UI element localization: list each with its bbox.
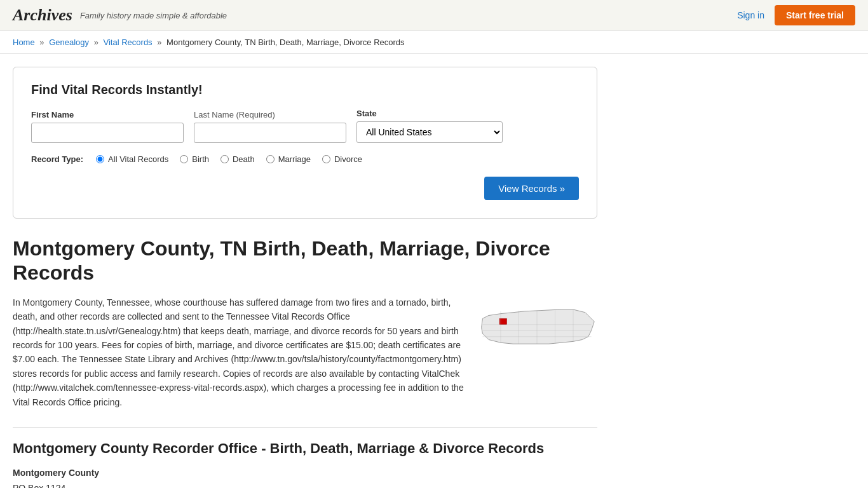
section-heading: Montgomery County Recorder Office - Birt… (13, 427, 597, 457)
breadcrumb-home[interactable]: Home (13, 37, 35, 47)
radio-label-marriage: Marriage (278, 154, 311, 164)
address-line1: PO Box 1124 (13, 481, 597, 488)
tn-map-svg (477, 295, 597, 372)
breadcrumb-sep-1: » (39, 37, 44, 47)
breadcrumb-sep-2: » (94, 37, 98, 47)
page-title: Montgomery County, TN Birth, Death, Marr… (13, 236, 597, 285)
svg-marker-0 (482, 309, 595, 344)
radio-label-birth: Birth (192, 154, 209, 164)
state-select[interactable]: All United StatesAlabamaAlaskaArizonaArk… (356, 121, 503, 143)
content-area: Montgomery County, TN Birth, Death, Marr… (13, 236, 597, 488)
radio-all[interactable] (96, 155, 104, 163)
record-type-death[interactable]: Death (220, 154, 255, 164)
record-type-label: Record Type: (31, 154, 83, 164)
radio-marriage[interactable] (266, 155, 275, 163)
last-name-label: Last Name (Required) (194, 110, 346, 119)
county-name: Montgomery County (13, 466, 597, 481)
breadcrumb-genealogy[interactable]: Genealogy (49, 37, 89, 47)
tennessee-map (477, 295, 597, 409)
breadcrumb-sep-3: » (157, 37, 161, 47)
site-header: Archives Family history made simple & af… (0, 0, 868, 31)
radio-death[interactable] (220, 155, 229, 163)
record-type-all[interactable]: All Vital Records (96, 154, 168, 164)
breadcrumb-current: Montgomery County, TN Birth, Death, Marr… (166, 37, 405, 47)
search-fields: First Name Last Name (Required) State Al… (31, 109, 579, 143)
button-row: View Records » (31, 177, 579, 200)
svg-rect-1 (499, 318, 506, 325)
state-group: State All United StatesAlabamaAlaskaAriz… (356, 109, 503, 143)
header-left: Archives Family history made simple & af… (13, 6, 227, 25)
description-text: In Montgomery County, Tennessee, whose c… (13, 295, 464, 409)
last-name-input[interactable] (194, 123, 346, 143)
record-type-birth[interactable]: Birth (180, 154, 209, 164)
breadcrumb-vital-records[interactable]: Vital Records (104, 37, 153, 47)
radio-label-death: Death (233, 154, 255, 164)
sign-in-link[interactable]: Sign in (737, 10, 764, 20)
radio-label-divorce: Divorce (334, 154, 362, 164)
main-content: Find Vital Records Instantly! First Name… (0, 54, 868, 488)
record-type-row: Record Type: All Vital RecordsBirthDeath… (31, 154, 579, 164)
required-indicator: (Required) (236, 110, 275, 119)
last-name-group: Last Name (Required) (194, 110, 346, 143)
header-right: Sign in Start free trial (737, 5, 855, 25)
record-type-divorce[interactable]: Divorce (322, 154, 362, 164)
office-info: Montgomery County PO Box 1124 Clarksvill… (13, 466, 597, 488)
search-title: Find Vital Records Instantly! (31, 83, 579, 97)
site-tagline: Family history made simple & affordable (80, 11, 227, 20)
radio-birth[interactable] (180, 155, 188, 163)
radio-divorce[interactable] (322, 155, 330, 163)
start-trial-button[interactable]: Start free trial (775, 5, 855, 25)
view-records-button[interactable]: View Records » (484, 177, 579, 200)
state-label: State (356, 109, 503, 118)
site-logo: Archives (13, 6, 72, 25)
first-name-input[interactable] (31, 123, 184, 143)
radio-label-all: All Vital Records (108, 154, 168, 164)
first-name-label: First Name (31, 110, 184, 119)
search-box: Find Vital Records Instantly! First Name… (13, 67, 597, 219)
breadcrumb: Home » Genealogy » Vital Records » Montg… (0, 31, 868, 54)
record-type-marriage[interactable]: Marriage (266, 154, 311, 164)
description-section: In Montgomery County, Tennessee, whose c… (13, 295, 597, 409)
record-type-options: All Vital RecordsBirthDeathMarriageDivor… (96, 154, 362, 164)
first-name-group: First Name (31, 110, 184, 143)
